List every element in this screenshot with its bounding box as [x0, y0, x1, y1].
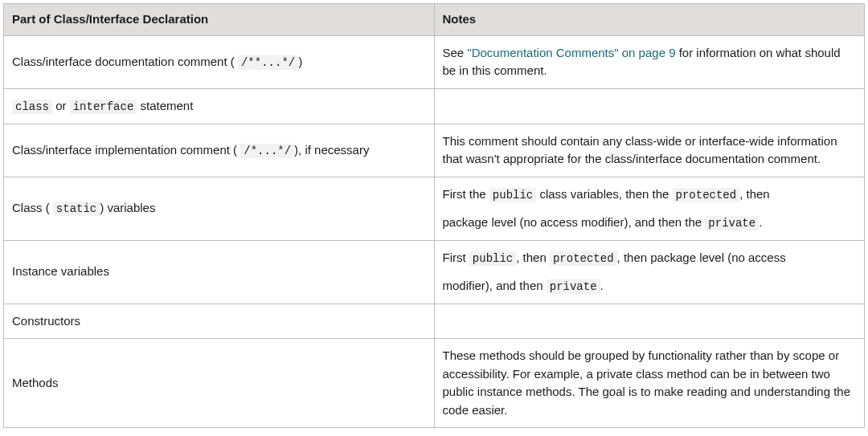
cell-line: First public, then protected, then packa…: [443, 249, 857, 267]
table-cell: These methods should be grouped by funct…: [434, 339, 865, 428]
table-row: MethodsThese methods should be grouped b…: [4, 339, 865, 428]
table-cell: Constructors: [4, 304, 435, 339]
table-cell: [434, 304, 865, 339]
table-cell: [434, 88, 865, 124]
header-col1: Part of Class/Interface Declaration: [4, 4, 435, 36]
code-token: public: [469, 251, 516, 266]
table-row: Class/interface implementation comment (…: [4, 124, 865, 177]
code-token: protected: [673, 188, 740, 202]
table-cell: class or interface statement: [4, 88, 435, 124]
table-cell: Class/interface documentation comment ( …: [4, 35, 435, 88]
code-token: public: [489, 188, 536, 202]
code-token: protected: [550, 251, 617, 266]
table-cell: See "Documentation Comments" on page 9 f…: [434, 35, 865, 88]
cell-line: package level (no access modifier), and …: [443, 214, 857, 232]
table-header-row: Part of Class/Interface Declaration Note…: [4, 4, 865, 36]
table-cell: First the public class variables, then t…: [434, 177, 865, 240]
code-token: /**...*/: [238, 55, 298, 70]
table-cell: Methods: [4, 339, 435, 428]
table-cell: This comment should contain any class-wi…: [434, 124, 865, 177]
cell-line: modifier), and then private.: [443, 277, 857, 295]
table-cell: Class/interface implementation comment (…: [4, 124, 435, 177]
header-col2: Notes: [434, 4, 865, 36]
code-token: class: [12, 100, 52, 114]
doc-link[interactable]: "Documentation Comments" on page 9: [467, 46, 675, 59]
table-row: class or interface statement: [4, 88, 865, 124]
class-declaration-table: Part of Class/Interface Declaration Note…: [3, 3, 865, 428]
table-row: Instance variablesFirst public, then pro…: [4, 240, 865, 304]
code-token: /*...*/: [240, 144, 294, 158]
table-row: Class ( static) variablesFirst the publi…: [4, 177, 865, 240]
table-cell: First public, then protected, then packa…: [434, 240, 865, 304]
table-cell: Class ( static) variables: [4, 177, 435, 240]
code-token: interface: [70, 100, 137, 114]
cell-line: First the public class variables, then t…: [443, 185, 857, 204]
table-row: Class/interface documentation comment ( …: [4, 35, 865, 88]
code-token: private: [547, 279, 600, 294]
code-token: private: [705, 216, 759, 230]
code-token: static: [53, 202, 100, 216]
table-row: Constructors: [4, 304, 865, 339]
table-cell: Instance variables: [4, 240, 435, 304]
